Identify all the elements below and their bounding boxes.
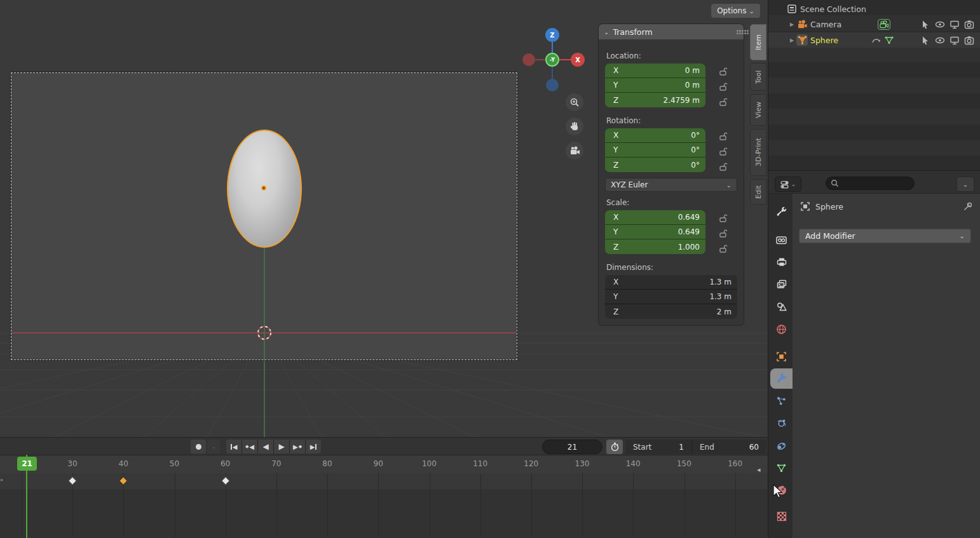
- animation-icon[interactable]: [871, 36, 881, 44]
- tab-physics-properties[interactable]: [770, 413, 793, 433]
- rotation-y-field[interactable]: Y0°: [605, 143, 705, 158]
- next-keyframe-button[interactable]: ▶◆: [290, 440, 305, 454]
- jump-to-start-button[interactable]: ◀: [226, 440, 242, 454]
- tab-edit[interactable]: Edit: [750, 179, 766, 205]
- tab-tool[interactable]: Tool: [750, 63, 766, 91]
- unlock-icon[interactable]: [712, 225, 733, 241]
- tab-constraint-properties[interactable]: [770, 436, 793, 456]
- rotation-mode-dropdown[interactable]: XYZ Euler ⌄: [605, 178, 737, 192]
- camera-row[interactable]: ▶ Camera: [768, 17, 980, 32]
- tab-view-layer-properties[interactable]: [770, 274, 793, 294]
- filter-dropdown-button[interactable]: ⌄: [956, 177, 974, 192]
- gizmo-negz-ball[interactable]: [546, 79, 559, 91]
- preview-range-button[interactable]: [606, 440, 623, 454]
- play-reverse-button[interactable]: ◀: [258, 440, 273, 454]
- unlock-icon[interactable]: [712, 94, 733, 109]
- scale-y-field[interactable]: Y0.649: [605, 225, 705, 239]
- tab-texture-properties[interactable]: [770, 506, 793, 527]
- tab-particle-properties[interactable]: [770, 391, 793, 411]
- right-column: Scene Collection ▶ Camera: [768, 0, 980, 538]
- tab-render-properties[interactable]: [770, 229, 793, 250]
- zoom-button[interactable]: [566, 93, 583, 111]
- end-frame-field[interactable]: End60: [692, 440, 766, 454]
- expand-icon[interactable]: ▶: [790, 22, 796, 27]
- timeline-tracks[interactable]: [0, 473, 768, 538]
- options-button[interactable]: Options ⌄: [711, 4, 760, 18]
- hide-viewport-eye-icon[interactable]: [934, 19, 945, 30]
- mesh-data-icon[interactable]: [884, 36, 894, 44]
- tab-world-properties[interactable]: [770, 319, 793, 339]
- current-frame-field[interactable]: 21: [542, 440, 602, 454]
- selectable-icon[interactable]: [920, 19, 930, 30]
- playhead-frame-badge[interactable]: 21: [17, 457, 37, 471]
- unlock-icon[interactable]: [712, 128, 733, 144]
- start-frame-field[interactable]: Start1: [625, 440, 691, 454]
- unlock-icon[interactable]: [712, 64, 733, 79]
- properties-search-field[interactable]: [826, 177, 915, 190]
- play-button[interactable]: ▶: [274, 440, 289, 454]
- disable-render-camera-icon[interactable]: [963, 19, 974, 30]
- disable-render-camera-icon[interactable]: [963, 35, 974, 46]
- dimensions-z-field[interactable]: Z2 m: [605, 304, 737, 319]
- selectable-icon[interactable]: [920, 35, 930, 46]
- tab-object-properties[interactable]: [770, 346, 793, 367]
- scene-collection-row[interactable]: Scene Collection: [768, 1, 980, 17]
- channel-expand-icon[interactable]: ▸: [1, 476, 4, 483]
- panel-grip-icon[interactable]: [737, 30, 738, 32]
- navigation-gizmo[interactable]: Z X -Y: [521, 25, 591, 95]
- disable-viewport-monitor-icon[interactable]: [949, 35, 960, 46]
- search-input[interactable]: [842, 178, 908, 189]
- tab-output-properties[interactable]: [770, 252, 793, 272]
- tab-scene-properties[interactable]: [770, 296, 793, 316]
- gizmo-negx-ball[interactable]: [522, 53, 535, 66]
- auto-keying-button[interactable]: [191, 440, 206, 454]
- ruler-label: 60: [213, 459, 238, 468]
- pan-button[interactable]: [566, 118, 583, 135]
- editor-type-button[interactable]: ⌄: [775, 177, 801, 192]
- transform-panel: ⌄ Transform Location: X0 m Y0 m Z2.4759 …: [599, 24, 744, 325]
- gizmo-z-ball[interactable]: Z: [545, 28, 559, 42]
- rotation-x-field[interactable]: X0°: [605, 128, 705, 143]
- add-modifier-button[interactable]: Add Modifier ⌄: [799, 229, 971, 243]
- tab-3d-print[interactable]: 3D-Print: [750, 129, 766, 176]
- tab-object-data-properties[interactable]: [770, 458, 793, 478]
- jump-to-end-button[interactable]: ▶: [306, 440, 321, 454]
- timeline-ruler[interactable]: 30405060708090100110120130140150160: [0, 455, 768, 473]
- transform-panel-header[interactable]: ⌄ Transform: [599, 24, 744, 39]
- hide-viewport-eye-icon[interactable]: [934, 35, 945, 46]
- location-z-field[interactable]: Z2.4759 m: [605, 93, 705, 107]
- scale-x-field[interactable]: X0.649: [605, 210, 705, 225]
- location-y-field[interactable]: Y0 m: [605, 78, 705, 93]
- gizmo-x-ball[interactable]: X: [571, 53, 585, 67]
- camera-data-icon[interactable]: [878, 19, 890, 30]
- unlock-icon[interactable]: [712, 144, 733, 159]
- rotation-z-field[interactable]: Z0°: [605, 158, 705, 172]
- scale-z-field[interactable]: Z1.000: [605, 239, 705, 254]
- ruler-label: 80: [315, 459, 340, 468]
- sphere-row[interactable]: ▶ Sphere: [768, 32, 980, 48]
- pin-icon[interactable]: [963, 201, 973, 212]
- dimensions-y-field[interactable]: Y1.3 m: [605, 290, 737, 304]
- unlock-icon[interactable]: [712, 79, 733, 94]
- tab-view[interactable]: View: [750, 94, 766, 126]
- tab-tool-properties[interactable]: [770, 201, 793, 221]
- unlock-icon[interactable]: [712, 159, 733, 174]
- dimensions-x-field[interactable]: X1.3 m: [605, 275, 737, 290]
- unlock-icon[interactable]: [712, 241, 733, 256]
- prev-keyframe-button[interactable]: ◆◀: [242, 440, 257, 454]
- outliner[interactable]: Scene Collection ▶ Camera: [768, 0, 980, 170]
- auto-keying-options-button[interactable]: ⌄: [207, 440, 220, 454]
- tab-item[interactable]: Item: [750, 24, 766, 60]
- chevron-down-icon: ⌄: [726, 182, 732, 189]
- tab-modifier-properties[interactable]: [770, 368, 793, 389]
- camera-view-button[interactable]: [566, 142, 583, 159]
- collection-icon: [786, 3, 798, 15]
- ruler-label: 150: [671, 459, 697, 468]
- expand-icon[interactable]: ▶: [790, 37, 796, 43]
- disable-viewport-monitor-icon[interactable]: [949, 19, 960, 30]
- location-x-field[interactable]: X0 m: [605, 64, 705, 78]
- viewport-3d[interactable]: Z X -Y: [0, 0, 768, 437]
- unlock-icon[interactable]: [712, 210, 733, 225]
- timeline-collapse-icon[interactable]: ◂: [757, 466, 761, 474]
- gizmo-negy-ball[interactable]: -Y: [545, 53, 559, 67]
